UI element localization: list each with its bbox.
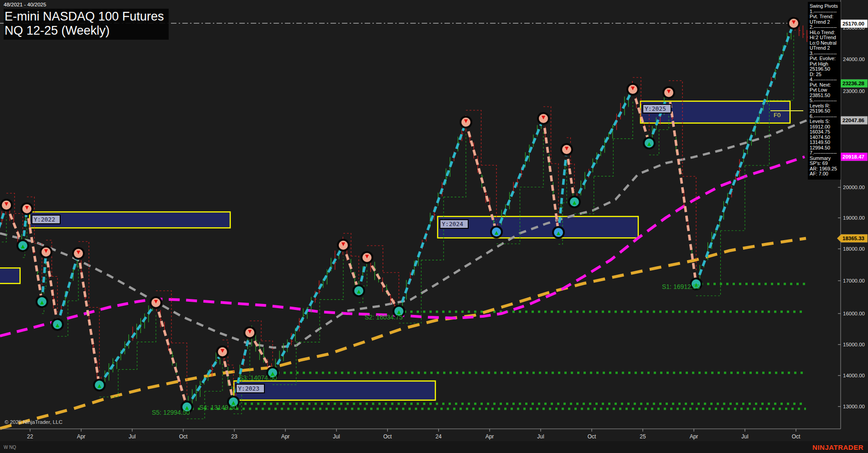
support-level-label: S3: 14074.50 xyxy=(239,374,277,381)
swing-leg-up xyxy=(0,205,6,255)
trail-steps xyxy=(99,314,156,397)
instrument-title: E-mini NASDAQ 100 Futures NQ 12-25 (Week… xyxy=(4,9,169,40)
time-axis-label[interactable]: Jul xyxy=(741,433,748,440)
time-axis-label[interactable]: 25 xyxy=(640,433,646,440)
price-marker-value: 20918.47 xyxy=(842,154,864,160)
ninjatrader-logo: NINJATRADER xyxy=(812,443,868,451)
panel-line: 25196.50 xyxy=(810,108,841,114)
price-axis-label[interactable]: 15000.00 xyxy=(843,342,865,347)
time-axis-label[interactable]: Apr xyxy=(690,433,698,440)
trail-steps xyxy=(574,101,633,214)
panel-line: 5.-------------- xyxy=(810,98,841,103)
price-marker-value: 22047.86 xyxy=(842,118,864,123)
f0-label: F0 xyxy=(774,112,780,118)
year-label: Y:2023 xyxy=(238,385,259,392)
time-axis-label[interactable]: 22 xyxy=(27,433,33,440)
panel-line: 13149.50 xyxy=(810,140,841,145)
time-axis-label[interactable]: Oct xyxy=(179,433,188,440)
time-axis-label[interactable]: Apr xyxy=(77,433,86,440)
panel-line: 7.-------------- xyxy=(810,150,841,156)
price-marker-value: 18365.33 xyxy=(842,236,864,241)
support-level-label: S5: 12994.50 xyxy=(152,409,190,416)
panel-line: Pvt Low xyxy=(810,88,841,93)
price-axis-label[interactable]: 19000.00 xyxy=(843,215,865,221)
price-axis-label[interactable]: 13000.00 xyxy=(843,404,865,409)
year-label: Y:2024 xyxy=(442,221,463,227)
year-range-box xyxy=(0,268,20,283)
price-marker-value: 23236.28 xyxy=(842,81,865,86)
panel-line: 16034.75 xyxy=(810,129,841,135)
swing-leg-down xyxy=(46,252,57,324)
swing-leg-down xyxy=(466,122,496,232)
time-axis-label[interactable]: Apr xyxy=(486,433,494,440)
swing-leg-up xyxy=(99,303,156,385)
price-chart[interactable]: S1: 16912.00S2: 16034.75S3: 14074.50S4: … xyxy=(0,0,868,453)
trail-steps xyxy=(466,110,496,220)
panel-line: Hi:2 UTrend xyxy=(810,35,841,41)
time-axis-label[interactable]: Oct xyxy=(792,433,801,440)
tab-strip: W NQ NINJATRADER xyxy=(0,441,868,453)
support-level-label: S4: 13149.50 xyxy=(199,404,238,411)
price-axis-label[interactable]: 23000.00 xyxy=(843,88,865,94)
swing-pivots-panel: Swing Pivots1.--------------Pvt. Trend:U… xyxy=(808,2,841,180)
swing-leg-up xyxy=(42,252,46,302)
price-marker-value: 25170.00 xyxy=(842,21,864,26)
time-axis-label[interactable]: Oct xyxy=(588,433,596,440)
tab-w-nq[interactable]: W NQ xyxy=(0,445,16,450)
trail-steps xyxy=(78,242,99,373)
time-axis-label[interactable]: Jul xyxy=(537,433,544,440)
price-axis-label[interactable]: 20000.00 xyxy=(843,185,865,190)
instrument-name: E-mini NASDAQ 100 Futures xyxy=(5,10,164,24)
contract-series: NQ 12-25 (Weekly) xyxy=(5,24,164,38)
price-axis-label[interactable]: 18000.00 xyxy=(843,246,865,252)
date-range-label: 48/2021 - 40/2025 xyxy=(4,2,46,7)
panel-line: SP's: 69 xyxy=(810,161,841,166)
time-axis-label[interactable]: 23 xyxy=(231,433,238,440)
time-axis-label[interactable]: Oct xyxy=(383,433,392,440)
panel-line: 4.-------------- xyxy=(810,77,841,82)
support-level-label: S2: 16034.75 xyxy=(365,314,403,321)
price-axis-label[interactable]: 14000.00 xyxy=(843,373,865,378)
panel-line: Levels S: xyxy=(810,119,841,124)
price-axis-label[interactable]: 24000.00 xyxy=(843,57,865,62)
panel-line: 2.-------------- xyxy=(810,25,841,30)
panel-line: Pvt. Trend: xyxy=(810,14,841,20)
ninjatrader-chart-window: S1: 16912.00S2: 16034.75S3: 14074.50S4: … xyxy=(0,0,868,453)
swing-leg-down xyxy=(367,257,399,311)
panel-line: Pvt. Evolve: xyxy=(810,56,841,62)
time-axis-label[interactable]: Jul xyxy=(129,433,135,440)
copyright-label: © 2025 NinjaTrader, LLC xyxy=(5,419,62,425)
time-axis-label[interactable]: Jul xyxy=(333,433,340,440)
time-axis-label[interactable]: Apr xyxy=(281,433,290,440)
panel-line: AF: 7.00 xyxy=(810,171,841,177)
year-label: Y:2025 xyxy=(645,105,666,112)
price-axis-label[interactable]: 16000.00 xyxy=(843,311,865,316)
swing-leg-up xyxy=(574,89,633,202)
panel-line: UTrend 2 xyxy=(810,46,841,51)
panel-line: 25196.50 xyxy=(810,67,841,72)
time-axis-label[interactable]: 24 xyxy=(435,433,442,440)
year-label: Y:2022 xyxy=(34,216,55,223)
panel-line: Swing Pivots xyxy=(810,4,841,9)
price-axis-label[interactable]: 17000.00 xyxy=(843,278,865,283)
support-level-label: S1: 16912.00 xyxy=(662,283,700,290)
